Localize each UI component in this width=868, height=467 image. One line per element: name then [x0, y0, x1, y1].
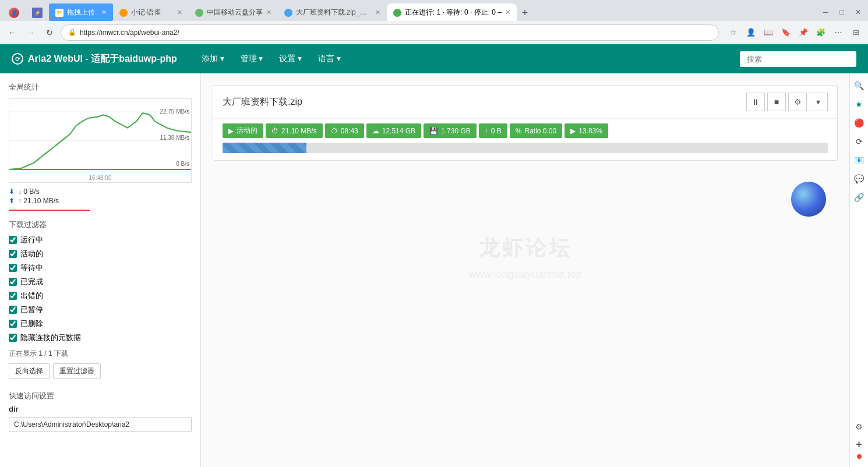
menu-manage[interactable]: 管理 ▾	[234, 50, 270, 68]
right-history-icon[interactable]: ⟳	[852, 134, 867, 149]
search-input[interactable]	[740, 51, 856, 67]
reset-filter-button[interactable]: 重置过滤器	[53, 363, 101, 379]
pause-button[interactable]: ⏸	[746, 93, 765, 111]
tab-notes-label: 小记·语雀	[131, 8, 161, 17]
right-sidebar: 🔍 ★ 🔴 ⟳ 📧 💬 🔗 ⚙ +	[849, 73, 868, 467]
filter-deleted-checkbox[interactable]	[9, 320, 17, 328]
bookmark-star-icon[interactable]: ☆	[726, 25, 741, 40]
filter-active[interactable]: 活动的	[9, 249, 192, 259]
badge-eta-label: 08:43	[341, 127, 358, 135]
stop-button[interactable]: ■	[767, 93, 786, 111]
badge-total-size-label: 12.514 GB	[382, 127, 415, 135]
forward-button[interactable]: →	[23, 25, 38, 40]
settings-button[interactable]: ⚙	[788, 93, 807, 111]
browser-toolbar: ☆ 👤 📖 🔖 📌 🧩 ··· ⊞	[726, 25, 863, 40]
profile-icon[interactable]: 👤	[743, 25, 758, 40]
badge-speed: ⏱ 21.10 MB/s	[266, 123, 323, 138]
new-tab-button[interactable]: +	[517, 5, 533, 21]
tab-icon2[interactable]: ⚡	[26, 3, 49, 21]
minimize-button[interactable]: ─	[818, 6, 833, 19]
more-button[interactable]: ···	[831, 25, 846, 40]
right-settings-icon[interactable]: ⚙	[852, 419, 867, 434]
chart-time-label: 16:48:00	[89, 175, 112, 181]
tab-aria2-active-label: 正在进行: 1 · 等待: 0 · 停止: 0 –	[405, 8, 502, 17]
badge-ratio-label: Ratio 0.00	[525, 127, 557, 135]
notification-dot	[857, 454, 862, 459]
right-favorites-icon[interactable]: ★	[852, 97, 867, 112]
collections-icon[interactable]: 🔖	[778, 25, 793, 40]
progress-bar-track	[223, 143, 828, 153]
extensions-icon[interactable]: 🧩	[813, 25, 828, 40]
filter-error[interactable]: 出错的	[9, 291, 192, 301]
filter-running-checkbox[interactable]	[9, 236, 17, 244]
filter-active-checkbox[interactable]	[9, 250, 17, 258]
tab-download-zip-close[interactable]: ✕	[375, 9, 380, 16]
right-chat-icon[interactable]: 💬	[852, 171, 867, 186]
stats-bar: ▶ 活动的 ⏱ 21.10 MB/s ⏱ 08:43	[213, 119, 837, 143]
tab-upload-close[interactable]: ✕	[101, 9, 107, 16]
right-app-icon[interactable]: 🔗	[852, 190, 867, 205]
watermark-line1: 龙虾论坛	[479, 234, 572, 263]
more-options-button[interactable]: ▾	[809, 93, 828, 111]
filter-hidden-meta[interactable]: 隐藏连接的元数据	[9, 332, 192, 343]
filter-completed[interactable]: 已完成	[9, 277, 192, 287]
reader-mode-icon[interactable]: 📖	[761, 25, 776, 40]
filter-error-checkbox[interactable]	[9, 292, 17, 300]
filter-hidden-meta-checkbox[interactable]	[9, 334, 17, 342]
tab-bar: 👤 ⚡ 📁 拖拽上传 ✕ 小记·语雀 ✕ 中国移动云盘分享 ✕ 大厂班资料下载.…	[0, 0, 868, 21]
right-add-icon[interactable]: +	[852, 437, 867, 452]
upload-speed-stat: ⬆ ↑ 21.10 MB/s	[9, 197, 192, 205]
tab-cloud[interactable]: 中国移动云盘分享 ✕	[189, 3, 278, 21]
tab-cloud-close[interactable]: ✕	[266, 9, 271, 16]
menu-language[interactable]: 语言 ▾	[311, 50, 348, 68]
back-button[interactable]: ←	[5, 25, 20, 40]
filter-paused-checkbox[interactable]	[9, 306, 17, 314]
filter-paused[interactable]: 已暂停	[9, 305, 192, 315]
tab-cloud-label: 中国移动云盘分享	[207, 8, 263, 17]
badge-eta-icon: ⏱	[331, 127, 338, 135]
content-panel: 大厂班资料下载.zip ⏸ ■ ⚙ ▾ ▶ 活动的	[201, 73, 849, 467]
tab-upload[interactable]: 📁 拖拽上传 ✕	[49, 3, 113, 21]
tab-notes-close[interactable]: ✕	[177, 9, 182, 16]
chart-label-bot: 0 B/s	[176, 161, 189, 167]
menu-settings[interactable]: 设置 ▾	[272, 50, 309, 68]
tab-aria2-active[interactable]: 正在进行: 1 · 等待: 0 · 停止: 0 – ✕	[387, 3, 517, 21]
address-bar[interactable]: 🔒 https://imwcr.cn/api/webui-aria2/	[61, 24, 719, 41]
menu-add[interactable]: 添加 ▾	[195, 50, 231, 68]
maximize-button[interactable]: □	[834, 6, 849, 19]
filter-waiting-checkbox[interactable]	[9, 264, 17, 272]
filter-section: 下载过滤器 运行中 活动的 等待中 已完成	[9, 220, 192, 343]
badge-active-icon: ▶	[228, 127, 234, 135]
right-collections-icon[interactable]: 🔴	[852, 115, 867, 130]
upload-speed-value: ↑ 21.10 MB/s	[18, 197, 59, 205]
tab-profile[interactable]: 👤	[2, 3, 26, 21]
app-navbar: ⟳ Aria2 WebUI - 适配于baiduwp-php 添加 ▾ 管理 ▾…	[0, 44, 868, 73]
close-button[interactable]: ✕	[851, 6, 866, 19]
pin-icon[interactable]: 📌	[796, 25, 811, 40]
download-speed-icon: ⬇	[9, 187, 15, 196]
tab-download-zip-label: 大厂班资料下载.zip_免费高速下...	[296, 8, 372, 17]
right-search-icon[interactable]: 🔍	[852, 78, 867, 93]
badge-active-label: 活动的	[237, 126, 257, 136]
filter-title: 下载过滤器	[9, 220, 192, 230]
badge-ratio-icon: %	[516, 127, 522, 135]
quick-access-title: 快速访问设置	[9, 391, 192, 401]
refresh-button[interactable]: ↻	[42, 25, 57, 40]
badge-total-size: ☁ 12.514 GB	[366, 123, 421, 138]
download-actions: ⏸ ■ ⚙ ▾	[746, 93, 828, 111]
filter-completed-checkbox[interactable]	[9, 278, 17, 286]
url-text: https://imwcr.cn/api/webui-aria2/	[80, 29, 179, 37]
reverse-select-button[interactable]: 反向选择	[9, 363, 50, 379]
app-body: ⟳ Aria2 WebUI - 适配于baiduwp-php 添加 ▾ 管理 ▾…	[0, 44, 868, 467]
filter-deleted[interactable]: 已删除	[9, 319, 192, 329]
filter-waiting[interactable]: 等待中	[9, 263, 192, 273]
quick-path-input[interactable]	[9, 417, 192, 432]
right-outlook-icon[interactable]: 📧	[852, 153, 867, 168]
tab-aria2-active-close[interactable]: ✕	[505, 9, 510, 16]
tab-download-zip[interactable]: 大厂班资料下载.zip_免费高速下... ✕	[278, 3, 387, 21]
sidebar-toggle[interactable]: ⊞	[848, 25, 863, 40]
download-speed-stat: ⬇ ↓ 0 B/s	[9, 187, 192, 196]
badge-upload: ↑ 0 B	[479, 123, 507, 138]
tab-notes[interactable]: 小记·语雀 ✕	[113, 3, 189, 21]
filter-running[interactable]: 运行中	[9, 235, 192, 245]
